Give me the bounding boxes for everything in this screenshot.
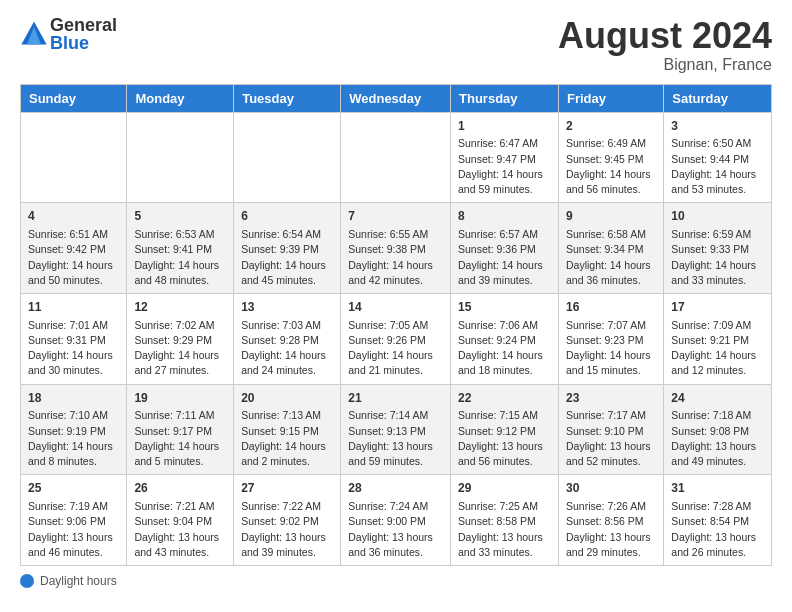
day-number: 15: [458, 299, 551, 316]
logo-general-text: General: [50, 16, 117, 34]
calendar-week-1: 1Sunrise: 6:47 AMSunset: 9:47 PMDaylight…: [21, 112, 772, 203]
calendar-week-4: 18Sunrise: 7:10 AMSunset: 9:19 PMDayligh…: [21, 384, 772, 475]
calendar-cell-w4-d4: 22Sunrise: 7:15 AMSunset: 9:12 PMDayligh…: [451, 384, 559, 475]
calendar-cell-w1-d2: [234, 112, 341, 203]
day-number: 25: [28, 480, 119, 497]
calendar-cell-w2-d6: 10Sunrise: 6:59 AMSunset: 9:33 PMDayligh…: [664, 203, 772, 294]
day-number: 1: [458, 118, 551, 135]
day-info: Sunrise: 7:26 AMSunset: 8:56 PMDaylight:…: [566, 499, 656, 560]
day-number: 27: [241, 480, 333, 497]
day-info: Sunrise: 7:10 AMSunset: 9:19 PMDaylight:…: [28, 408, 119, 469]
calendar-cell-w4-d6: 24Sunrise: 7:18 AMSunset: 9:08 PMDayligh…: [664, 384, 772, 475]
day-number: 10: [671, 208, 764, 225]
logo-text: General Blue: [50, 16, 117, 52]
day-info: Sunrise: 6:53 AMSunset: 9:41 PMDaylight:…: [134, 227, 226, 288]
day-number: 17: [671, 299, 764, 316]
day-info: Sunrise: 7:19 AMSunset: 9:06 PMDaylight:…: [28, 499, 119, 560]
day-info: Sunrise: 6:50 AMSunset: 9:44 PMDaylight:…: [671, 136, 764, 197]
calendar-week-2: 4Sunrise: 6:51 AMSunset: 9:42 PMDaylight…: [21, 203, 772, 294]
day-info: Sunrise: 7:09 AMSunset: 9:21 PMDaylight:…: [671, 318, 764, 379]
calendar-cell-w2-d5: 9Sunrise: 6:58 AMSunset: 9:34 PMDaylight…: [558, 203, 663, 294]
calendar-cell-w3-d2: 13Sunrise: 7:03 AMSunset: 9:28 PMDayligh…: [234, 293, 341, 384]
header: General Blue August 2024 Bignan, France: [20, 16, 772, 74]
day-info: Sunrise: 6:54 AMSunset: 9:39 PMDaylight:…: [241, 227, 333, 288]
logo-blue-text: Blue: [50, 34, 117, 52]
title-area: August 2024 Bignan, France: [558, 16, 772, 74]
calendar-cell-w3-d1: 12Sunrise: 7:02 AMSunset: 9:29 PMDayligh…: [127, 293, 234, 384]
day-number: 28: [348, 480, 443, 497]
day-number: 4: [28, 208, 119, 225]
day-info: Sunrise: 7:17 AMSunset: 9:10 PMDaylight:…: [566, 408, 656, 469]
header-tuesday: Tuesday: [234, 84, 341, 112]
footer: Daylight hours: [20, 574, 772, 588]
calendar-cell-w4-d1: 19Sunrise: 7:11 AMSunset: 9:17 PMDayligh…: [127, 384, 234, 475]
day-number: 6: [241, 208, 333, 225]
day-info: Sunrise: 7:21 AMSunset: 9:04 PMDaylight:…: [134, 499, 226, 560]
header-thursday: Thursday: [451, 84, 559, 112]
calendar-cell-w1-d1: [127, 112, 234, 203]
calendar-cell-w2-d4: 8Sunrise: 6:57 AMSunset: 9:36 PMDaylight…: [451, 203, 559, 294]
day-info: Sunrise: 7:03 AMSunset: 9:28 PMDaylight:…: [241, 318, 333, 379]
day-number: 11: [28, 299, 119, 316]
calendar-week-3: 11Sunrise: 7:01 AMSunset: 9:31 PMDayligh…: [21, 293, 772, 384]
calendar-cell-w3-d4: 15Sunrise: 7:06 AMSunset: 9:24 PMDayligh…: [451, 293, 559, 384]
day-info: Sunrise: 6:57 AMSunset: 9:36 PMDaylight:…: [458, 227, 551, 288]
day-number: 24: [671, 390, 764, 407]
calendar-cell-w4-d2: 20Sunrise: 7:13 AMSunset: 9:15 PMDayligh…: [234, 384, 341, 475]
day-info: Sunrise: 7:18 AMSunset: 9:08 PMDaylight:…: [671, 408, 764, 469]
day-number: 30: [566, 480, 656, 497]
logo: General Blue: [20, 16, 117, 52]
day-number: 22: [458, 390, 551, 407]
header-monday: Monday: [127, 84, 234, 112]
day-info: Sunrise: 6:58 AMSunset: 9:34 PMDaylight:…: [566, 227, 656, 288]
footer-label: Daylight hours: [40, 574, 117, 588]
calendar-cell-w2-d3: 7Sunrise: 6:55 AMSunset: 9:38 PMDaylight…: [341, 203, 451, 294]
day-info: Sunrise: 6:55 AMSunset: 9:38 PMDaylight:…: [348, 227, 443, 288]
day-info: Sunrise: 7:22 AMSunset: 9:02 PMDaylight:…: [241, 499, 333, 560]
day-number: 26: [134, 480, 226, 497]
calendar-cell-w5-d0: 25Sunrise: 7:19 AMSunset: 9:06 PMDayligh…: [21, 475, 127, 566]
day-number: 2: [566, 118, 656, 135]
day-number: 5: [134, 208, 226, 225]
calendar-cell-w5-d3: 28Sunrise: 7:24 AMSunset: 9:00 PMDayligh…: [341, 475, 451, 566]
day-info: Sunrise: 6:59 AMSunset: 9:33 PMDaylight:…: [671, 227, 764, 288]
calendar-cell-w2-d1: 5Sunrise: 6:53 AMSunset: 9:41 PMDaylight…: [127, 203, 234, 294]
day-info: Sunrise: 7:05 AMSunset: 9:26 PMDaylight:…: [348, 318, 443, 379]
day-info: Sunrise: 7:11 AMSunset: 9:17 PMDaylight:…: [134, 408, 226, 469]
calendar-cell-w2-d0: 4Sunrise: 6:51 AMSunset: 9:42 PMDaylight…: [21, 203, 127, 294]
calendar-cell-w5-d6: 31Sunrise: 7:28 AMSunset: 8:54 PMDayligh…: [664, 475, 772, 566]
day-number: 18: [28, 390, 119, 407]
day-number: 9: [566, 208, 656, 225]
calendar-cell-w3-d0: 11Sunrise: 7:01 AMSunset: 9:31 PMDayligh…: [21, 293, 127, 384]
day-info: Sunrise: 6:51 AMSunset: 9:42 PMDaylight:…: [28, 227, 119, 288]
header-wednesday: Wednesday: [341, 84, 451, 112]
day-number: 31: [671, 480, 764, 497]
calendar-cell-w3-d5: 16Sunrise: 7:07 AMSunset: 9:23 PMDayligh…: [558, 293, 663, 384]
footer-dot-icon: [20, 574, 34, 588]
header-sunday: Sunday: [21, 84, 127, 112]
day-number: 19: [134, 390, 226, 407]
calendar-cell-w5-d1: 26Sunrise: 7:21 AMSunset: 9:04 PMDayligh…: [127, 475, 234, 566]
calendar-cell-w1-d6: 3Sunrise: 6:50 AMSunset: 9:44 PMDaylight…: [664, 112, 772, 203]
day-info: Sunrise: 7:02 AMSunset: 9:29 PMDaylight:…: [134, 318, 226, 379]
day-number: 12: [134, 299, 226, 316]
day-number: 20: [241, 390, 333, 407]
calendar-cell-w3-d3: 14Sunrise: 7:05 AMSunset: 9:26 PMDayligh…: [341, 293, 451, 384]
day-info: Sunrise: 7:13 AMSunset: 9:15 PMDaylight:…: [241, 408, 333, 469]
calendar-header-row: Sunday Monday Tuesday Wednesday Thursday…: [21, 84, 772, 112]
calendar-cell-w1-d5: 2Sunrise: 6:49 AMSunset: 9:45 PMDaylight…: [558, 112, 663, 203]
calendar-cell-w1-d4: 1Sunrise: 6:47 AMSunset: 9:47 PMDaylight…: [451, 112, 559, 203]
day-number: 29: [458, 480, 551, 497]
day-number: 7: [348, 208, 443, 225]
calendar-cell-w5-d5: 30Sunrise: 7:26 AMSunset: 8:56 PMDayligh…: [558, 475, 663, 566]
page: General Blue August 2024 Bignan, France …: [0, 0, 792, 612]
calendar-week-5: 25Sunrise: 7:19 AMSunset: 9:06 PMDayligh…: [21, 475, 772, 566]
header-saturday: Saturday: [664, 84, 772, 112]
day-number: 16: [566, 299, 656, 316]
day-info: Sunrise: 7:14 AMSunset: 9:13 PMDaylight:…: [348, 408, 443, 469]
day-number: 14: [348, 299, 443, 316]
day-number: 3: [671, 118, 764, 135]
day-info: Sunrise: 7:25 AMSunset: 8:58 PMDaylight:…: [458, 499, 551, 560]
header-friday: Friday: [558, 84, 663, 112]
calendar-cell-w4-d0: 18Sunrise: 7:10 AMSunset: 9:19 PMDayligh…: [21, 384, 127, 475]
